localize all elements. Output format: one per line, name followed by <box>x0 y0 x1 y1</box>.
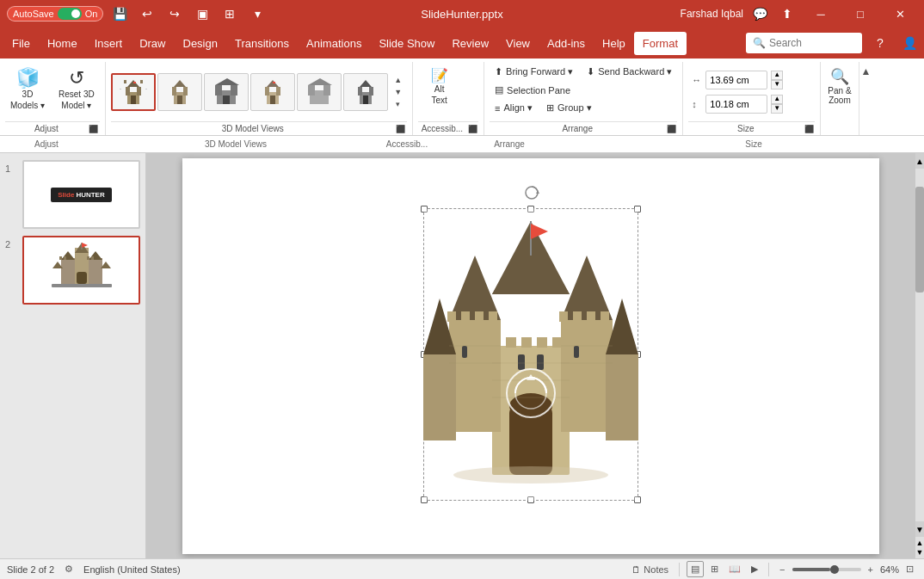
arrange-content: ⬆ Bring Forward ▾ ⬇ Send Backward ▾ ▤ Se… <box>490 62 677 121</box>
close-button[interactable]: ✕ <box>883 0 917 28</box>
castle-3d-object[interactable] <box>423 208 638 501</box>
3d-views-expand[interactable]: ⬛ <box>395 123 407 135</box>
help-icon-btn[interactable]: ? <box>869 32 891 54</box>
scroll-down-button[interactable]: ▼ <box>915 521 924 537</box>
menu-draw[interactable]: Draw <box>131 32 174 55</box>
view-slide-sorter-btn[interactable]: ⊞ <box>707 562 722 576</box>
customize-button[interactable]: ▾ <box>246 3 268 25</box>
menu-home[interactable]: Home <box>39 32 86 55</box>
svg-rect-12 <box>183 87 188 95</box>
slide-item-2[interactable]: 2 <box>5 236 140 305</box>
maximize-button[interactable]: □ <box>843 0 878 28</box>
scroll-thumb[interactable] <box>915 187 924 293</box>
menu-insert[interactable]: Insert <box>86 32 132 55</box>
pan-zoom-button[interactable]: 🔍 Pan & Zoom <box>826 65 853 107</box>
save-button[interactable]: 💾 <box>108 3 131 25</box>
notes-button[interactable]: 🗒 Notes <box>628 563 672 576</box>
alt-text-button[interactable]: 📝 Alt Text <box>418 65 461 108</box>
more-commands-button[interactable]: ⊞ <box>219 3 241 25</box>
3d-models-button[interactable]: 🧊 3D Models ▾ <box>5 65 50 114</box>
expand-views-btn[interactable]: ▾ <box>391 98 405 110</box>
comments-button[interactable]: 💬 <box>748 3 771 25</box>
arrange-label: Arrange <box>490 122 665 135</box>
share-ribbon-btn[interactable]: 👤 <box>898 32 921 54</box>
vertical-scrollbar[interactable]: ▲ ▼ ▲ ▼ <box>915 153 924 558</box>
presentation-mode-button[interactable]: ▣ <box>191 3 213 25</box>
accessibility-expand[interactable]: ⬛ <box>466 123 478 135</box>
fit-slide-btn[interactable]: ⊡ <box>902 562 917 576</box>
send-backward-button[interactable]: ⬇ Send Backward ▾ <box>582 64 677 80</box>
slide-item-1[interactable]: 1 Slide HUNTER <box>5 160 140 229</box>
share-button[interactable]: ⬆ <box>776 3 798 25</box>
slide-thumb-2[interactable] <box>22 236 140 305</box>
group-button[interactable]: ⊞ Group ▾ <box>541 100 597 116</box>
view-controls: ▲ ▼ <box>915 537 924 558</box>
svg-rect-24 <box>270 95 275 104</box>
zoom-thumb[interactable] <box>830 565 839 574</box>
scroll-up-button[interactable]: ▲ <box>915 153 924 169</box>
menu-help[interactable]: Help <box>594 32 634 55</box>
search-box[interactable]: 🔍 <box>746 33 862 53</box>
pan-up-btn[interactable]: ▲ <box>915 539 924 547</box>
view-presenter-btn[interactable]: ▶ <box>748 562 761 576</box>
minimize-button[interactable]: ─ <box>804 0 838 28</box>
model-thumb-3[interactable] <box>204 73 249 111</box>
menu-file[interactable]: File <box>3 32 39 55</box>
rotate-handle[interactable] <box>524 185 538 199</box>
autosave-badge[interactable]: AutoSave On <box>7 6 103 22</box>
reset-3d-model-button[interactable]: ↺ Reset 3D Model ▾ <box>53 65 100 114</box>
status-divider-2 <box>768 563 769 576</box>
height-input[interactable] <box>705 95 767 114</box>
zoom-in-btn[interactable]: + <box>865 563 877 576</box>
autosave-toggle[interactable] <box>58 8 82 20</box>
menu-slideshow[interactable]: Slide Show <box>370 32 443 55</box>
model-thumb-4[interactable] <box>250 73 295 111</box>
group-icon: ⊞ <box>546 102 554 114</box>
scroll-up-btn[interactable]: ▲ <box>391 74 405 86</box>
width-input[interactable] <box>705 71 767 89</box>
height-row: ↕ ▲ ▼ <box>692 95 783 114</box>
view-reading-btn[interactable]: 📖 <box>725 562 744 576</box>
menu-animations[interactable]: Animations <box>298 32 370 55</box>
model-thumb-5[interactable] <box>297 73 342 111</box>
user-name: Farshad Iqbal <box>681 8 743 20</box>
model-thumb-6[interactable] <box>343 73 388 111</box>
search-input[interactable] <box>769 37 855 49</box>
redo-button[interactable]: ↪ <box>163 3 186 25</box>
size-expand[interactable]: ⬛ <box>803 123 815 135</box>
view-normal-btn[interactable]: ▤ <box>687 561 704 577</box>
svg-rect-28 <box>323 85 330 95</box>
width-increment[interactable]: ▲ <box>771 71 783 80</box>
zoom-out-btn[interactable]: − <box>776 563 788 576</box>
accessibility-status-btn[interactable]: ⚙ <box>61 562 77 576</box>
menu-review[interactable]: Review <box>443 32 497 55</box>
width-icon: ↔ <box>692 75 702 85</box>
accessibility-label-row: Accessib... ⬛ <box>418 121 478 135</box>
menu-view[interactable]: View <box>497 32 539 55</box>
scroll-down-btn[interactable]: ▼ <box>391 86 405 98</box>
undo-button[interactable]: ↩ <box>136 3 158 25</box>
menu-design[interactable]: Design <box>175 32 226 55</box>
model-thumb-2[interactable] <box>157 73 202 111</box>
menu-transitions[interactable]: Transitions <box>226 32 298 55</box>
status-divider-1 <box>679 563 680 576</box>
width-decrement[interactable]: ▼ <box>771 80 783 89</box>
height-increment[interactable]: ▲ <box>771 95 783 104</box>
align-button[interactable]: ≡ Align ▾ <box>490 100 538 116</box>
svg-rect-5 <box>124 80 126 83</box>
bring-forward-button[interactable]: ⬆ Bring Forward ▾ <box>490 64 578 80</box>
height-decrement[interactable]: ▼ <box>771 104 783 114</box>
adjust-expand[interactable]: ⬛ <box>88 123 100 135</box>
slide-thumb-1[interactable]: Slide HUNTER <box>22 160 140 229</box>
arrange-expand[interactable]: ⬛ <box>665 123 677 135</box>
menu-format[interactable]: Format <box>634 32 687 55</box>
ribbon-scroll-3d-views: ▲ ▼ ▾ <box>390 72 407 112</box>
selection-pane-button[interactable]: ▤ Selection Pane <box>490 82 576 98</box>
collapse-ribbon-button[interactable]: ▲ <box>861 65 872 77</box>
scroll-track <box>915 169 924 521</box>
canvas-area[interactable] <box>146 153 915 558</box>
zoom-slider[interactable] <box>792 568 861 571</box>
menu-addins[interactable]: Add-ins <box>539 32 594 55</box>
model-thumb-1[interactable] <box>111 73 156 111</box>
pan-down-btn[interactable]: ▼ <box>915 548 924 557</box>
